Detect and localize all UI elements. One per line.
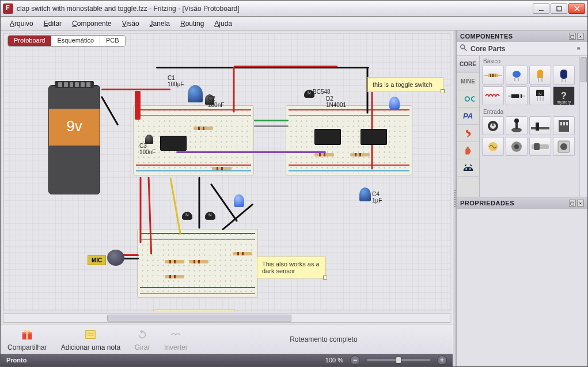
rotate-button[interactable]: Girar — [134, 327, 150, 351]
breadboard-bottom[interactable] — [137, 229, 258, 298]
components-panel-header[interactable]: COMPONENTES ▢ × — [457, 30, 587, 42]
panel-menu-icon[interactable]: ≡ — [577, 45, 587, 52]
part-potentiometer[interactable] — [482, 116, 504, 135]
svg-text:N: N — [538, 91, 542, 97]
transistor-bottom-b[interactable] — [205, 212, 215, 220]
part-tantalum-cap[interactable] — [529, 66, 551, 85]
part-photoresistor[interactable] — [482, 137, 504, 156]
resistor[interactable] — [212, 167, 232, 170]
tab-pcb[interactable]: PCB — [100, 36, 125, 46]
note-toggle[interactable]: this is a toggle switch — [367, 77, 443, 92]
parts-tab-parallax[interactable]: PA — [457, 108, 479, 125]
note-resize-handle[interactable] — [323, 276, 327, 280]
part-electrolytic-cap[interactable] — [553, 66, 575, 85]
tab-protoboard[interactable]: Protoboard — [8, 36, 51, 46]
resistor[interactable] — [189, 260, 208, 263]
menu-visao[interactable]: Visão — [117, 18, 144, 29]
zoom-handle[interactable] — [396, 357, 401, 364]
part-mystery[interactable]: ?mystery — [553, 86, 575, 105]
ic-555-left[interactable] — [160, 136, 187, 151]
content-area: Protoboard Esquemático PCB 9v — [1, 30, 587, 366]
zoom-out-button[interactable]: − — [350, 355, 360, 365]
window-buttons — [533, 3, 585, 14]
label-c2: C2 100nF — [208, 95, 224, 108]
share-label: Compartilhar — [7, 343, 47, 351]
canvas-column: Protoboard Esquemático PCB 9v — [1, 30, 453, 366]
parts-tab-mine[interactable]: MINE — [457, 73, 479, 90]
part-ceramic-cap[interactable] — [506, 66, 528, 85]
zoom-slider[interactable] — [367, 359, 430, 361]
led-center[interactable] — [234, 194, 244, 207]
part-transistor[interactable]: N — [529, 86, 551, 105]
note-make-modules[interactable]: Make these three modules separately and … — [153, 309, 235, 311]
close-button[interactable] — [568, 3, 585, 14]
zoom-in-button[interactable]: + — [437, 355, 447, 365]
parts-tab-contrib[interactable] — [457, 159, 479, 177]
part-pushbutton[interactable] — [553, 137, 575, 156]
mystery-label: mystery — [553, 100, 574, 104]
menu-editar[interactable]: Editar — [39, 18, 66, 29]
svg-line-11 — [464, 48, 466, 51]
menu-janela[interactable]: Janela — [145, 18, 174, 29]
add-note-button[interactable]: Adicionar uma nota — [61, 327, 120, 351]
parts-tab-snootlab[interactable] — [457, 142, 479, 159]
parts-tab-arduino[interactable] — [457, 90, 479, 108]
part-toggle-switch[interactable] — [529, 137, 551, 156]
battery-9v[interactable]: 9v — [48, 85, 100, 194]
app-icon — [3, 3, 13, 14]
parts-vertical-scrollbar[interactable] — [579, 56, 587, 197]
parts-category-tabs: CORE MINE PA — [457, 56, 480, 197]
capacitor-c1[interactable] — [188, 85, 203, 102]
flip-button[interactable]: Inverter — [164, 327, 188, 351]
transistor-bottom-a[interactable] — [182, 212, 192, 220]
panel-close-icon[interactable]: × — [577, 200, 584, 207]
menu-ajuda[interactable]: Ajuda — [210, 18, 237, 29]
resistor[interactable] — [194, 127, 213, 130]
menu-arquivo[interactable]: AArquivorquivo — [5, 18, 38, 29]
capacitor-c4[interactable] — [359, 188, 371, 201]
gift-icon — [19, 327, 35, 342]
svg-rect-43 — [536, 123, 539, 131]
ic-555-right-b[interactable] — [361, 129, 387, 145]
part-joystick[interactable] — [506, 116, 528, 135]
note-dark-sensor[interactable]: This also works as a dark sensor — [257, 257, 326, 278]
part-diode[interactable] — [506, 86, 528, 105]
led-top-right[interactable] — [389, 97, 400, 109]
parts-tab-core[interactable]: CORE — [457, 56, 479, 73]
hscroll-thumb[interactable] — [107, 315, 291, 322]
menu-routing[interactable]: Routing — [176, 18, 208, 29]
maximize-button[interactable] — [551, 3, 567, 14]
minimize-button[interactable] — [533, 3, 549, 14]
breadboard-canvas[interactable]: 9v — [3, 33, 450, 311]
part-encoder[interactable] — [506, 137, 528, 156]
mic-label: MIC — [88, 255, 106, 265]
properties-title: PROPRIEDADES — [460, 200, 514, 207]
resistor[interactable] — [165, 275, 184, 278]
panel-close-icon[interactable]: × — [577, 33, 584, 40]
resistor[interactable] — [350, 153, 370, 156]
properties-panel-header[interactable]: PROPRIEDADES ▢ × — [457, 197, 587, 209]
share-button[interactable]: Compartilhar — [7, 327, 47, 351]
resistor[interactable] — [165, 260, 184, 263]
parts-tab-sparkfun[interactable] — [457, 125, 479, 142]
label-bc548: BC548 — [313, 89, 331, 95]
part-resistor[interactable] — [482, 66, 504, 85]
part-dip-switch[interactable] — [553, 116, 575, 135]
tab-esquematico[interactable]: Esquemático — [51, 36, 100, 46]
ic-555-right-a[interactable] — [314, 129, 341, 145]
part-inductor[interactable] — [482, 86, 504, 105]
menu-componente[interactable]: Componente — [67, 18, 116, 29]
vscroll-thumb[interactable] — [581, 57, 587, 82]
note-resize-handle[interactable] — [441, 89, 445, 93]
breadboard-top-right[interactable] — [286, 105, 412, 175]
part-slider[interactable] — [529, 116, 551, 135]
resistor[interactable] — [233, 252, 252, 255]
svg-rect-29 — [519, 94, 521, 98]
microphone[interactable] — [107, 250, 124, 266]
horizontal-scrollbar[interactable] — [3, 314, 450, 323]
svg-rect-45 — [560, 122, 562, 125]
panel-undock-icon[interactable]: ▢ — [569, 33, 576, 40]
search-icon[interactable] — [457, 44, 471, 53]
panel-undock-icon[interactable]: ▢ — [569, 200, 576, 207]
resistor[interactable] — [314, 153, 334, 156]
